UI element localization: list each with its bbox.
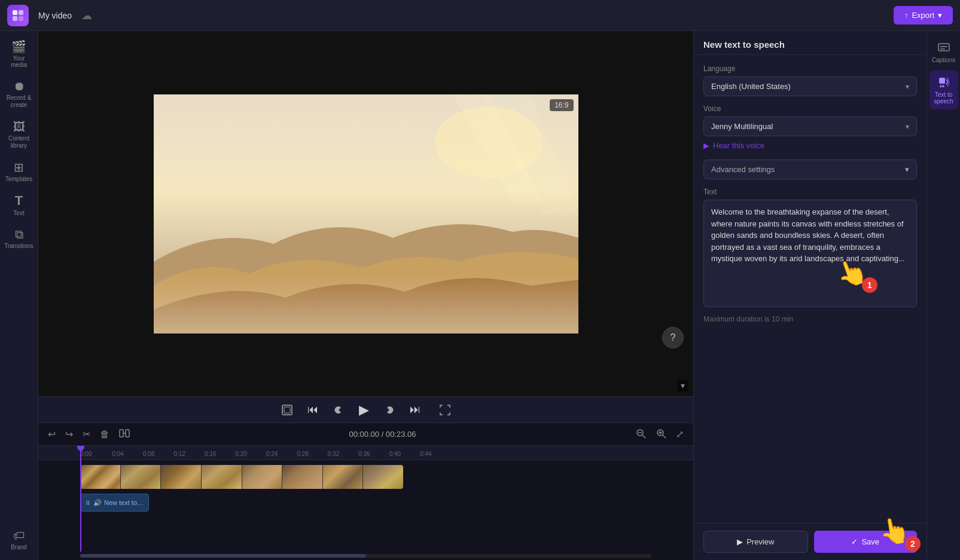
video-controls: ⏮ 5 ▶ 5 ⏭ bbox=[38, 396, 693, 423]
language-select[interactable]: English (United States) ▾ bbox=[703, 76, 917, 96]
voice-select[interactable]: Jenny Multilingual ▾ bbox=[703, 117, 917, 136]
aspect-ratio-badge: 16:9 bbox=[550, 99, 573, 111]
fullscreen-button[interactable] bbox=[437, 402, 453, 418]
timeline-content: 0:00 0:04 0:08 0:12 0:16 0:20 0:24 0:28 … bbox=[38, 446, 693, 552]
voice-group: Voice Jenny Multilingual ▾ ▶ Hear this v… bbox=[703, 105, 917, 151]
film-frame-3 bbox=[161, 465, 201, 489]
sidebar-item-text[interactable]: T Text bbox=[2, 189, 36, 221]
brand-icon: 🏷 bbox=[13, 530, 25, 541]
crop-mode-button[interactable] bbox=[279, 402, 295, 418]
sidebar-item-brand[interactable]: 🏷 Brand bbox=[2, 525, 36, 555]
film-frame-8 bbox=[363, 465, 403, 489]
main-area: 🎬 Your media ⏺ Record &create 🖼 Contentl… bbox=[0, 31, 960, 560]
save-button[interactable]: ✓ Save bbox=[814, 531, 918, 553]
advanced-settings-row[interactable]: Advanced settings ▾ bbox=[703, 160, 917, 179]
skip-start-button[interactable]: ⏮ bbox=[305, 401, 321, 418]
sidebar-item-transitions[interactable]: ⧉ Transitions bbox=[2, 224, 36, 254]
preview-button[interactable]: ▶ Preview bbox=[703, 531, 808, 553]
video-preview-area: 16:9 ? ▾ bbox=[38, 31, 693, 396]
svg-rect-12 bbox=[126, 430, 129, 437]
cut-button[interactable]: ✂ bbox=[80, 426, 93, 442]
tts-track: ⏸ 🔊 New text to speech bbox=[80, 494, 693, 518]
zoom-in-button[interactable] bbox=[653, 426, 669, 443]
forward-button[interactable]: 5 bbox=[381, 402, 398, 418]
far-right-icons: Captions Text tospeech bbox=[927, 31, 960, 560]
tts-clip-wave-icon: 🔊 bbox=[93, 499, 102, 507]
timeline-scrollbar[interactable] bbox=[80, 554, 651, 558]
text-input[interactable]: Welcome to the breathtaking expanse of t… bbox=[703, 200, 917, 307]
text-area-container: Welcome to the breathtaking expanse of t… bbox=[703, 200, 917, 309]
sidebar-item-your-media[interactable]: 🎬 Your media bbox=[2, 36, 36, 73]
desert-preview bbox=[154, 94, 578, 333]
playhead[interactable] bbox=[80, 446, 81, 552]
redo-button[interactable]: ↪ bbox=[63, 426, 75, 442]
left-sidebar: 🎬 Your media ⏺ Record &create 🖼 Contentl… bbox=[0, 31, 38, 560]
rewind-button[interactable]: 5 bbox=[330, 402, 347, 418]
time-display: 00:00.00 / 00:23.06 bbox=[137, 430, 628, 439]
film-frame-6 bbox=[282, 465, 322, 489]
zoom-out-button[interactable] bbox=[633, 426, 648, 443]
language-label: Language bbox=[703, 65, 917, 73]
preview-label: Preview bbox=[746, 537, 774, 546]
export-chevron-icon: ▾ bbox=[938, 11, 942, 20]
step-badge-2: 2 bbox=[905, 536, 921, 552]
delete-button[interactable]: 🗑 bbox=[97, 427, 112, 442]
panel-header: New text to speech bbox=[694, 31, 927, 55]
voice-label: Voice bbox=[703, 105, 917, 113]
project-title: My video bbox=[38, 11, 72, 20]
hear-voice-button[interactable]: ▶ Hear this voice bbox=[703, 140, 917, 151]
play-icon: ▶ bbox=[703, 141, 709, 150]
text-label: Text bbox=[703, 188, 917, 196]
video-canvas: 16:9 bbox=[154, 94, 578, 333]
video-clip[interactable] bbox=[80, 465, 403, 489]
svg-rect-21 bbox=[938, 44, 949, 51]
svg-rect-8 bbox=[284, 407, 290, 413]
tts-clip-label: New text to speech bbox=[104, 499, 145, 506]
play-button[interactable]: ▶ bbox=[356, 400, 371, 420]
advanced-settings-chevron-icon: ▾ bbox=[905, 165, 909, 174]
app-logo bbox=[7, 5, 29, 26]
text-icon: T bbox=[15, 194, 23, 207]
svg-rect-24 bbox=[939, 78, 945, 84]
content-library-icon: 🖼 bbox=[13, 121, 25, 133]
language-group: Language English (United States) ▾ bbox=[703, 65, 917, 96]
text-to-speech-icon bbox=[937, 75, 950, 90]
sidebar-item-record-create[interactable]: ⏺ Record &create bbox=[2, 75, 36, 114]
skip-end-button[interactable]: ⏭ bbox=[407, 401, 423, 418]
svg-rect-2 bbox=[13, 16, 17, 21]
svg-rect-3 bbox=[19, 16, 23, 21]
record-create-icon: ⏺ bbox=[13, 80, 25, 92]
panel-footer: ▶ Preview ✓ Save bbox=[694, 523, 927, 560]
timeline-ruler: 0:00 0:04 0:08 0:12 0:16 0:20 0:24 0:28 … bbox=[38, 446, 693, 460]
right-panel: New text to speech Language English (Uni… bbox=[693, 31, 927, 560]
tts-clip[interactable]: ⏸ 🔊 New text to speech bbox=[80, 494, 149, 512]
film-frame-5 bbox=[242, 465, 282, 489]
sidebar-item-templates[interactable]: ⊞ Templates bbox=[2, 157, 36, 187]
cloud-icon: ☁ bbox=[81, 9, 92, 22]
collapse-panel-btn[interactable]: ▾ bbox=[677, 380, 688, 391]
sidebar-item-content-library[interactable]: 🖼 Contentlibrary bbox=[2, 116, 36, 154]
panel-body: Language English (United States) ▾ Voice… bbox=[694, 55, 927, 523]
topbar: My video ☁ ↑ Export ▾ bbox=[0, 0, 960, 31]
undo-button[interactable]: ↩ bbox=[45, 426, 58, 442]
step-badge-1: 1 bbox=[862, 277, 877, 293]
export-icon: ↑ bbox=[904, 11, 909, 20]
merge-button[interactable] bbox=[117, 426, 132, 443]
help-bubble[interactable]: ? bbox=[662, 327, 684, 348]
svg-text:5: 5 bbox=[389, 408, 391, 412]
max-duration-text: Maximum duration is 10 min bbox=[703, 315, 917, 323]
film-frame-7 bbox=[323, 465, 363, 489]
svg-rect-6 bbox=[154, 274, 578, 333]
checkmark-icon: ✓ bbox=[851, 537, 858, 546]
expand-timeline-button[interactable]: ⤢ bbox=[673, 426, 686, 442]
captions-icon bbox=[937, 41, 950, 55]
svg-line-18 bbox=[663, 435, 666, 438]
captions-button[interactable]: Captions bbox=[929, 36, 958, 68]
export-button[interactable]: ↑ Export ▾ bbox=[894, 6, 953, 25]
film-frame-1 bbox=[80, 465, 120, 489]
timeline-scrollbar-row bbox=[38, 552, 693, 560]
text-to-speech-button[interactable]: Text tospeech bbox=[929, 71, 958, 109]
timeline-toolbar: ↩ ↪ ✂ 🗑 00:00.00 / 00:23.06 bbox=[38, 423, 693, 446]
language-chevron-icon: ▾ bbox=[906, 82, 909, 91]
svg-text:5: 5 bbox=[337, 408, 339, 412]
